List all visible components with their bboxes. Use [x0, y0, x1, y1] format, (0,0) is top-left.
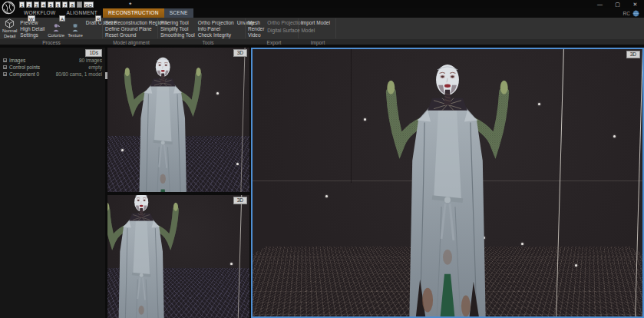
- ortho-projection-button[interactable]: Ortho Projection: [198, 20, 234, 26]
- keytip-8: 8: [69, 2, 74, 8]
- texture-icon: [71, 23, 80, 32]
- high-detail-button[interactable]: High Detail: [20, 26, 45, 32]
- expand-icon[interactable]: +: [3, 65, 7, 69]
- realitycapture-window: 1 2 3 4 5 6 7 8 GO * — ▢ ✕ WORKFLOW ALIG…: [0, 0, 644, 318]
- view-type-badge-3d[interactable]: 3D: [233, 197, 247, 204]
- statue-model: [107, 48, 249, 192]
- tab-scene[interactable]: SCENE: [164, 8, 193, 18]
- export-video-button[interactable]: Video: [248, 32, 264, 38]
- settings-button[interactable]: Settings: [20, 32, 45, 38]
- statue-model: [253, 48, 642, 318]
- statue-model: [107, 195, 249, 318]
- simplify-tool-button[interactable]: Simplify Tool: [160, 26, 195, 32]
- texture-button[interactable]: Texture: [68, 18, 83, 38]
- view-type-badge-1ds[interactable]: 1Ds: [85, 49, 102, 57]
- keytip-7: 7: [62, 2, 68, 8]
- document-modified-marker: *: [129, 1, 132, 8]
- group-tools: Filtering Tool Simplify Tool Smoothing T…: [158, 18, 245, 39]
- check-integrity-button[interactable]: Check Integrity: [198, 32, 234, 38]
- export-dsm-button[interactable]: Digital Surface Model: [267, 28, 315, 34]
- smoothing-tool-button[interactable]: Smoothing Tool: [160, 32, 195, 38]
- import-group-label: Import: [311, 39, 325, 46]
- info-panel-button[interactable]: Info Panel: [198, 26, 234, 32]
- rc-brand-label: RC: [623, 11, 630, 16]
- viewport-3d-bottom[interactable]: 3D: [107, 195, 249, 318]
- export-ortho-projection-button[interactable]: Ortho Projection: [267, 20, 315, 26]
- export-mesh-button[interactable]: Mesh: [248, 20, 264, 26]
- expand-icon[interactable]: +: [3, 72, 7, 76]
- component-stats: 80/80 cams, 1 model: [56, 71, 102, 77]
- quick-access-keytips: 1 2 3 4 5 6 7 8 GO: [19, 2, 94, 8]
- model-alignment-group-label: Model alignment: [113, 39, 150, 46]
- keytip-6: 6: [55, 2, 61, 8]
- keytip-alignment: A: [59, 15, 65, 22]
- tree-row-images[interactable]: + Images 80 images: [3, 57, 102, 64]
- realitycapture-logo[interactable]: [2, 1, 15, 15]
- group-process: Normal Detail Preview High Detail Settin…: [0, 18, 102, 39]
- viewport-3d-top[interactable]: 3D: [107, 48, 249, 194]
- view-type-badge-3d[interactable]: 3D: [626, 51, 640, 58]
- group-export: Mesh Render Video Ortho Projection Digit…: [246, 18, 298, 39]
- export-group-label: Export: [267, 39, 282, 46]
- view-type-badge-3d[interactable]: 3D: [233, 49, 247, 57]
- filtering-tool-button[interactable]: Filtering Tool: [160, 20, 195, 26]
- keytip-blank: [77, 2, 82, 8]
- expand-icon[interactable]: +: [3, 58, 7, 62]
- tab-reconstruction[interactable]: RECONSTRUCTION: [103, 8, 164, 18]
- process-group-label: Process: [42, 39, 60, 46]
- keytip-2: 2: [26, 2, 31, 8]
- workspace: 1Ds + Images 80 images + Control points …: [0, 48, 644, 318]
- control-points-count: empty: [88, 65, 102, 70]
- keytip-5: 5: [48, 2, 53, 8]
- viewport-3d-main[interactable]: 3D: [251, 48, 644, 318]
- images-count: 80 images: [79, 58, 102, 63]
- normal-detail-button[interactable]: Normal Detail: [2, 18, 17, 38]
- export-render-button[interactable]: Render: [248, 26, 264, 32]
- cube-icon: [5, 18, 15, 28]
- keytip-4: 4: [41, 2, 46, 8]
- group-model-alignment: Set Reconstruction Region ▾ Define Groun…: [103, 18, 157, 39]
- colorize-icon: [51, 23, 61, 32]
- tools-group-label: Tools: [202, 39, 213, 46]
- keytip-3: 3: [34, 2, 39, 8]
- title-bar: 1 2 3 4 5 6 7 8 GO * — ▢ ✕: [0, 0, 644, 8]
- tree-row-control-points[interactable]: + Control points empty: [3, 64, 102, 71]
- keytip-go: GO: [84, 2, 94, 8]
- keytip-1: 1: [19, 2, 25, 8]
- tree-row-component[interactable]: + Component 0 80/80 cams, 1 model: [3, 71, 102, 78]
- ribbon-group-labels: Process Model alignment Tools Export Imp…: [0, 39, 644, 46]
- tab-workflow[interactable]: WORKFLOW: [18, 8, 61, 18]
- maximize-button[interactable]: ▢: [609, 0, 626, 8]
- minimize-button[interactable]: —: [591, 0, 609, 8]
- keytip-reconstruction: R: [95, 15, 101, 22]
- scene-tree-panel[interactable]: 1Ds + Images 80 images + Control points …: [0, 48, 105, 318]
- keytip-workflow: W: [28, 15, 35, 22]
